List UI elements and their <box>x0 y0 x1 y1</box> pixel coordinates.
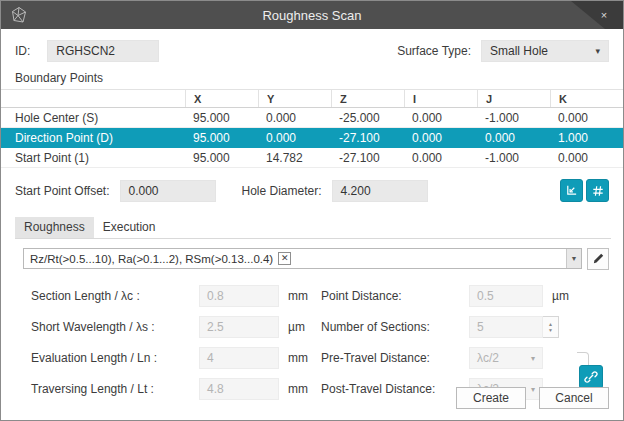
point-distance-input[interactable]: 0.5 <box>469 285 543 307</box>
remove-tag-icon[interactable]: ✕ <box>278 252 291 265</box>
start-point-offset-label: Start Point Offset: <box>15 184 110 198</box>
chevron-down-icon: ▾ <box>595 46 600 56</box>
surface-type-select[interactable]: Small Hole ▾ <box>481 40 609 62</box>
table-row-hole-center[interactable]: Hole Center (S) 95.000 0.000 -25.000 0.0… <box>1 108 623 128</box>
col-header-z: Z <box>331 90 404 107</box>
footer: Create Cancel <box>456 387 609 409</box>
tab-roughness[interactable]: Roughness <box>15 217 94 238</box>
chain-link-icon <box>584 370 598 384</box>
hole-diameter-label: Hole Diameter: <box>242 184 322 198</box>
close-icon[interactable]: × <box>594 1 614 29</box>
table-row-start-point[interactable]: Start Point (1) 95.000 14.782 -27.100 0.… <box>1 148 623 168</box>
window-title: Roughness Scan <box>1 1 623 29</box>
col-header-y: Y <box>258 90 331 107</box>
cancel-button[interactable]: Cancel <box>539 387 609 409</box>
edit-parameter-set-button[interactable] <box>587 248 609 270</box>
id-label: ID: <box>15 44 30 58</box>
link-travel-distances-button[interactable] <box>579 365 603 389</box>
surface-type-value: Small Hole <box>490 44 548 58</box>
table-row-direction-point[interactable]: Direction Point (D) 95.000 0.000 -27.100… <box>1 128 623 148</box>
start-point-offset-input[interactable]: 0.000 <box>120 180 216 202</box>
chevron-down-icon: ▾ <box>531 354 535 363</box>
boundary-points-table: X Y Z I J K Hole Center (S) 95.000 0.000… <box>1 89 623 168</box>
post-travel-label: Post-Travel Distance: <box>321 382 469 396</box>
traversing-length-label: Traversing Length / Lt : <box>31 382 199 396</box>
pencil-icon <box>592 252 605 265</box>
titlebar: Roughness Scan × <box>1 1 623 29</box>
pre-travel-label: Pre-Travel Distance: <box>321 351 469 365</box>
evaluation-length-input[interactable]: 4 <box>199 347 279 369</box>
grid-view-button[interactable] <box>586 179 609 202</box>
col-header-k: K <box>550 90 623 107</box>
tab-execution[interactable]: Execution <box>94 217 165 238</box>
point-distance-unit: µm <box>552 289 569 303</box>
hole-diameter-input[interactable]: 4.200 <box>332 180 428 202</box>
tabbar: Roughness Execution <box>15 217 611 239</box>
number-of-sections-stepper: 5 ▲▼ <box>469 316 559 338</box>
parameter-form: Section Length / λc : 0.8 mm Short Wavel… <box>31 285 609 400</box>
evaluation-length-unit: mm <box>288 351 308 365</box>
traversing-length-input[interactable]: 4.8 <box>199 378 279 400</box>
boundary-points-label: Boundary Points <box>15 71 609 85</box>
section-length-input[interactable]: 0.8 <box>199 285 279 307</box>
number-of-sections-label: Number of Sections: <box>321 320 469 334</box>
parameter-set-combobox[interactable]: Rz/Rt(>0.5...10), Ra(>0.1...2), RSm(>0.1… <box>23 248 582 269</box>
create-button[interactable]: Create <box>456 387 526 409</box>
col-header-i: I <box>404 90 477 107</box>
parameter-set-tag: Rz/Rt(>0.5...10), Ra(>0.1...2), RSm(>0.1… <box>30 252 291 265</box>
col-header-x: X <box>185 90 258 107</box>
roughness-scan-dialog: Roughness Scan × ID: RGHSCN2 Surface Typ… <box>0 0 624 421</box>
short-wavelength-unit: µm <box>288 320 305 334</box>
id-input[interactable]: RGHSCN2 <box>47 40 159 62</box>
col-header-j: J <box>477 90 550 107</box>
parameter-set-row: Rz/Rt(>0.5...10), Ra(>0.1...2), RSm(>0.1… <box>23 248 609 269</box>
combobox-dropdown-icon[interactable]: ▼ <box>566 249 581 268</box>
point-distance-label: Point Distance: <box>321 289 469 303</box>
section-length-label: Section Length / λc : <box>31 289 199 303</box>
surface-type-label: Surface Type: <box>397 44 471 58</box>
plot-preview-button[interactable] <box>560 179 583 202</box>
plot-axes-icon <box>565 184 578 197</box>
pre-travel-select[interactable]: λc/2 ▾ <box>469 347 543 369</box>
short-wavelength-label: Short Wavelength / λs : <box>31 320 199 334</box>
evaluation-length-label: Evaluation Length / Ln : <box>31 351 199 365</box>
grid-icon <box>592 185 604 197</box>
id-row: ID: RGHSCN2 Surface Type: Small Hole ▾ <box>15 40 609 62</box>
section-length-unit: mm <box>288 289 308 303</box>
id-value: RGHSCN2 <box>56 44 115 58</box>
table-header-row: X Y Z I J K <box>1 90 623 108</box>
offset-row: Start Point Offset: 0.000 Hole Diameter:… <box>15 179 609 203</box>
number-of-sections-input[interactable]: 5 <box>469 316 543 338</box>
short-wavelength-input[interactable]: 2.5 <box>199 316 279 338</box>
traversing-length-unit: mm <box>288 382 308 396</box>
spinner-arrows-icon[interactable]: ▲▼ <box>543 316 559 338</box>
